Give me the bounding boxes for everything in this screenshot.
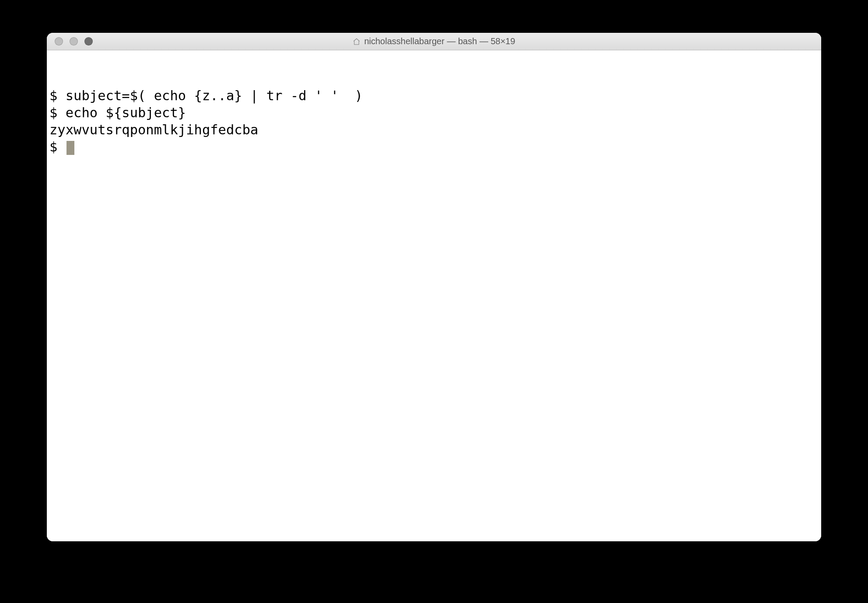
output-text: zyxwvutsrqponmlkjihgfedcba (49, 122, 258, 137)
window-controls (47, 37, 93, 46)
terminal-line: zyxwvutsrqponmlkjihgfedcba (49, 121, 819, 138)
command-text: subject=$( echo {z..a} | tr -d ' ' ) (66, 88, 363, 103)
cursor (66, 141, 74, 155)
prompt: $ (49, 139, 66, 154)
window-title: nicholasshellabarger — bash — 58×19 (364, 36, 515, 46)
titlebar: nicholasshellabarger — bash — 58×19 (47, 33, 821, 50)
terminal-window: nicholasshellabarger — bash — 58×19 $ su… (47, 33, 821, 541)
minimize-button[interactable] (70, 37, 78, 46)
window-title-area: nicholasshellabarger — bash — 58×19 (47, 36, 821, 46)
prompt: $ (49, 88, 66, 103)
terminal-line: $ (49, 138, 819, 155)
home-icon (353, 38, 360, 46)
terminal-line: $ echo ${subject} (49, 104, 819, 121)
terminal-body[interactable]: $ subject=$( echo {z..a} | tr -d ' ' )$ … (47, 50, 821, 541)
prompt: $ (49, 105, 66, 120)
maximize-button[interactable] (84, 37, 93, 46)
close-button[interactable] (55, 37, 63, 46)
command-text: echo ${subject} (66, 105, 186, 120)
terminal-line: $ subject=$( echo {z..a} | tr -d ' ' ) (49, 87, 819, 104)
